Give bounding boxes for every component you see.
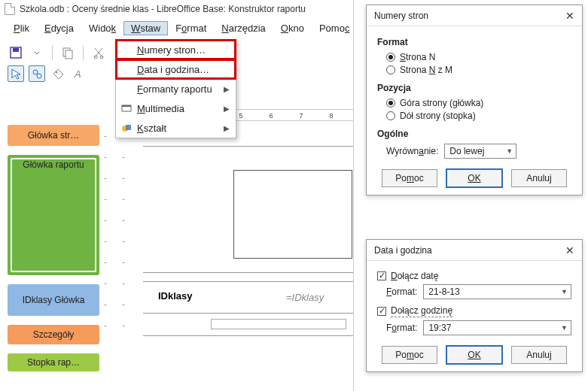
section-label: Szczegóły bbox=[33, 329, 75, 340]
section-divider bbox=[143, 281, 353, 282]
menu-tools[interactable]: Narzędzia bbox=[214, 21, 273, 35]
report-frame[interactable] bbox=[233, 170, 352, 259]
date-format-label: Format: bbox=[386, 286, 417, 297]
time-format-label: Format: bbox=[386, 323, 417, 333]
section-divider bbox=[143, 335, 353, 336]
cut-icon[interactable] bbox=[90, 44, 107, 61]
section-panel: Główka str… Główka raportu IDklasy Główk… bbox=[8, 125, 99, 380]
svg-rect-11 bbox=[122, 105, 131, 107]
svg-point-7 bbox=[37, 74, 41, 78]
save-dropdown-icon[interactable] bbox=[29, 44, 45, 61]
radio-icon bbox=[386, 65, 395, 74]
menu-file[interactable]: Plik bbox=[6, 21, 37, 35]
menu-insert[interactable]: Wstaw bbox=[123, 21, 168, 35]
field-label[interactable]: IDklasy bbox=[158, 290, 193, 302]
select-value: Do lewej bbox=[449, 146, 484, 156]
menu-edit[interactable]: Edycja bbox=[37, 21, 81, 35]
radio-page-n[interactable]: Strona N bbox=[386, 52, 571, 62]
cancel-button[interactable]: Anuluj bbox=[511, 346, 567, 364]
chevron-down-icon: ▼ bbox=[561, 288, 568, 296]
section-divider bbox=[143, 146, 353, 147]
checkbox-include-time[interactable]: Dołącz godzinę bbox=[377, 305, 571, 317]
menu-bar[interactable]: Plik Edycja Widok Wstaw Format Narzędzia… bbox=[0, 18, 353, 40]
chevron-down-icon: ▼ bbox=[561, 324, 568, 332]
save-icon[interactable] bbox=[8, 44, 24, 61]
text-tool-icon[interactable]: A bbox=[71, 65, 87, 82]
section-report-header[interactable]: Główka raportu bbox=[8, 155, 99, 275]
dialog-date-time: Data i godzina ✕ Dołącz datę Format: 21-… bbox=[366, 239, 583, 372]
media-icon bbox=[120, 102, 133, 114]
svg-point-6 bbox=[33, 70, 38, 74]
menu-format[interactable]: Format bbox=[168, 21, 214, 35]
section-group-header[interactable]: IDklasy Główka bbox=[8, 284, 99, 316]
design-surface[interactable]: IDklasy =IDklasy bbox=[143, 125, 353, 391]
menu-window[interactable]: Okno bbox=[273, 21, 312, 35]
detail-field-box[interactable] bbox=[211, 319, 346, 329]
section-divider bbox=[143, 313, 353, 314]
ruler-dash-col: ---------- bbox=[120, 125, 126, 391]
ok-button[interactable]: OK bbox=[446, 346, 502, 364]
dialog-titlebar[interactable]: Data i godzina ✕ bbox=[367, 240, 582, 261]
radio-label: Dół strony (stopka) bbox=[400, 111, 476, 121]
ruler-num: 8 bbox=[329, 112, 333, 120]
field-expression[interactable]: =IDklasy bbox=[286, 292, 324, 303]
section-label: Główka str… bbox=[28, 130, 80, 141]
menu-page-numbers[interactable]: Numery stron… bbox=[116, 40, 236, 59]
document-icon bbox=[5, 3, 15, 15]
alignment-select[interactable]: Do lewej ▼ bbox=[444, 144, 516, 159]
select-value: 19:37 bbox=[428, 323, 451, 333]
properties-tool-icon[interactable] bbox=[29, 65, 45, 82]
help-button[interactable]: Pomoc bbox=[382, 346, 437, 364]
ruler-num: 6 bbox=[269, 112, 273, 120]
shape-icon bbox=[120, 122, 133, 134]
window-title: Szkola.odb : Oceny średnie klas - LibreO… bbox=[20, 4, 306, 14]
radio-icon bbox=[386, 111, 395, 120]
section-selected-outline bbox=[11, 158, 96, 272]
help-button[interactable]: Pomoc bbox=[382, 169, 437, 187]
group-format-heading: Format bbox=[377, 37, 571, 47]
dialog-page-numbers: Numery stron ✕ Format Strona N Strona N … bbox=[366, 5, 583, 196]
group-general-heading: Ogólne bbox=[377, 129, 571, 139]
chevron-right-icon: ▶ bbox=[224, 85, 230, 93]
date-format-select[interactable]: 21-8-13 ▼ bbox=[423, 284, 571, 299]
checkbox-include-date[interactable]: Dołącz datę bbox=[377, 271, 571, 281]
insert-menu-dropdown: Numery stron… Data i godzina… Formanty r… bbox=[115, 39, 236, 138]
window-titlebar: Szkola.odb : Oceny średnie klas - LibreO… bbox=[0, 0, 353, 18]
svg-text:A: A bbox=[74, 68, 81, 80]
checkbox-icon bbox=[377, 307, 386, 316]
menu-view[interactable]: Widok bbox=[81, 21, 123, 35]
alignment-label: Wyrównanie: bbox=[386, 146, 438, 156]
menu-report-controls[interactable]: Formanty raportu▶ bbox=[116, 79, 236, 99]
dialog-titlebar[interactable]: Numery stron ✕ bbox=[367, 5, 582, 26]
section-page-header[interactable]: Główka str… bbox=[8, 125, 99, 146]
menu-help[interactable]: Pomoc bbox=[312, 21, 357, 35]
cancel-button[interactable]: Anuluj bbox=[511, 169, 567, 187]
section-label: IDklasy Główka bbox=[23, 295, 85, 305]
ok-button[interactable]: OK bbox=[446, 169, 502, 187]
chevron-right-icon: ▶ bbox=[224, 124, 230, 132]
section-detail[interactable]: Szczegóły bbox=[8, 325, 99, 344]
copy-icon[interactable] bbox=[59, 44, 76, 61]
close-icon[interactable]: ✕ bbox=[565, 10, 574, 22]
ruler-dash-col: ---------- bbox=[102, 125, 108, 391]
radio-icon bbox=[386, 53, 395, 62]
radio-page-n-of-m[interactable]: Strona N z M bbox=[386, 65, 571, 75]
radio-label: Góra strony (główka) bbox=[400, 98, 483, 108]
time-format-select[interactable]: 19:37 ▼ bbox=[423, 320, 571, 335]
select-value: 21-8-13 bbox=[428, 286, 459, 297]
radio-top-page[interactable]: Góra strony (główka) bbox=[386, 98, 571, 108]
ruler-num: 5 bbox=[239, 112, 242, 120]
section-report-footer[interactable]: Stopka rap… bbox=[8, 353, 99, 371]
dialog-title-text: Data i godzina bbox=[374, 245, 432, 256]
close-icon[interactable]: ✕ bbox=[565, 244, 574, 256]
tag-icon[interactable] bbox=[50, 65, 66, 82]
section-label: Główka raportu bbox=[8, 159, 99, 170]
menu-date-time[interactable]: Data i godzina… bbox=[116, 59, 236, 79]
radio-bottom-page[interactable]: Dół strony (stopka) bbox=[386, 111, 571, 121]
report-designer-window: Szkola.odb : Oceny średnie klas - LibreO… bbox=[0, 0, 354, 391]
svg-point-8 bbox=[56, 71, 58, 74]
menu-shape[interactable]: Kształt▶ bbox=[116, 118, 236, 138]
menu-multimedia[interactable]: Multimedia▶ bbox=[116, 99, 236, 118]
pointer-tool-icon[interactable] bbox=[8, 65, 24, 82]
ruler-num: 7 bbox=[299, 112, 303, 120]
